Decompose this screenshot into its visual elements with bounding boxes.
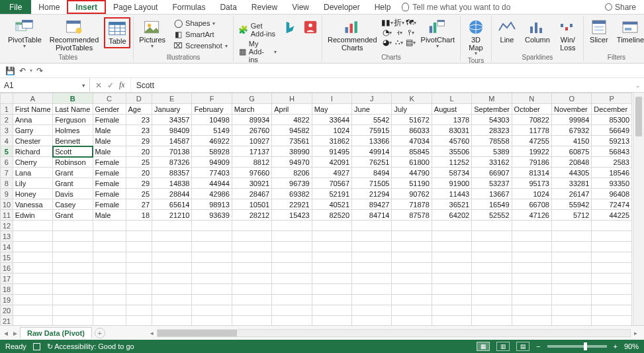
cell[interactable]: Female bbox=[93, 189, 126, 199]
row-header-19[interactable]: 19 bbox=[1, 295, 13, 305]
cell[interactable]: 20 bbox=[126, 146, 152, 157]
col-header-G[interactable]: G bbox=[232, 93, 271, 104]
cell[interactable]: 47255 bbox=[512, 136, 551, 146]
cell[interactable] bbox=[126, 221, 152, 231]
cell[interactable]: 47034 bbox=[392, 136, 432, 146]
tab-formulas[interactable]: Formulas bbox=[165, 0, 212, 14]
cell[interactable]: 94909 bbox=[192, 157, 232, 168]
cell[interactable]: 18546 bbox=[592, 168, 632, 178]
cell[interactable] bbox=[512, 231, 551, 242]
row-header-1[interactable]: 1 bbox=[1, 104, 13, 115]
cell[interactable]: 15423 bbox=[272, 210, 312, 221]
zoom-slider[interactable] bbox=[547, 345, 607, 348]
cell[interactable] bbox=[392, 263, 432, 274]
col-header-N[interactable]: N bbox=[512, 93, 551, 104]
cell[interactable] bbox=[126, 263, 152, 274]
tab-review[interactable]: Review bbox=[244, 0, 285, 14]
cell[interactable] bbox=[192, 252, 232, 263]
cell[interactable] bbox=[352, 284, 392, 295]
cell[interactable] bbox=[312, 316, 351, 326]
row-header-6[interactable]: 6 bbox=[1, 157, 13, 168]
cell[interactable] bbox=[551, 231, 591, 242]
row-header-3[interactable]: 3 bbox=[1, 125, 13, 136]
cell[interactable]: 58734 bbox=[432, 168, 471, 178]
cell[interactable] bbox=[512, 284, 551, 295]
cell[interactable]: 44944 bbox=[192, 178, 232, 189]
cell[interactable]: 91495 bbox=[312, 146, 351, 157]
cell[interactable]: 94970 bbox=[272, 157, 312, 168]
cell[interactable] bbox=[592, 252, 632, 263]
cell[interactable]: April bbox=[272, 104, 312, 115]
cell[interactable]: 86033 bbox=[392, 125, 432, 136]
cell[interactable]: 19922 bbox=[512, 146, 551, 157]
cancel-icon[interactable]: ✕ bbox=[95, 81, 102, 90]
undo-drop[interactable]: ▾ bbox=[30, 68, 32, 74]
cell[interactable] bbox=[592, 221, 632, 231]
cell[interactable]: Anna bbox=[13, 115, 52, 125]
cell[interactable]: 38990 bbox=[272, 146, 312, 157]
cell[interactable] bbox=[392, 252, 432, 263]
cell[interactable] bbox=[272, 274, 312, 284]
cell[interactable]: Male bbox=[93, 146, 126, 157]
cell[interactable]: 70822 bbox=[512, 115, 551, 125]
cell[interactable] bbox=[472, 242, 512, 252]
cell[interactable]: 64202 bbox=[432, 210, 471, 221]
cell[interactable]: 17137 bbox=[232, 146, 271, 157]
cell[interactable]: Bennett bbox=[53, 136, 93, 146]
cell[interactable] bbox=[192, 295, 232, 305]
vertical-scroll-thumb[interactable] bbox=[635, 97, 642, 136]
redo-icon[interactable]: ↷ bbox=[36, 66, 43, 76]
cell[interactable] bbox=[93, 274, 126, 284]
cell[interactable] bbox=[53, 231, 93, 242]
row-header-14[interactable]: 14 bbox=[1, 242, 13, 252]
cell[interactable] bbox=[592, 242, 632, 252]
sparkline-column-button[interactable]: Column bbox=[522, 17, 553, 46]
cell[interactable] bbox=[53, 274, 93, 284]
timeline-button[interactable]: Timeline bbox=[614, 17, 644, 46]
sparkline-winloss-button[interactable]: Win/ Loss bbox=[555, 17, 580, 53]
cell[interactable]: 71878 bbox=[392, 199, 432, 210]
cell[interactable] bbox=[232, 295, 271, 305]
surface-chart-icon[interactable]: ▤▾ bbox=[406, 38, 416, 47]
cell[interactable] bbox=[312, 305, 351, 316]
cell[interactable] bbox=[13, 231, 52, 242]
cell[interactable] bbox=[432, 221, 471, 231]
cell[interactable]: 26147 bbox=[551, 189, 591, 199]
cell[interactable]: 5389 bbox=[472, 146, 512, 157]
cell[interactable]: January bbox=[152, 104, 192, 115]
worksheet-grid[interactable]: ABCDEFGHIJKLMNOP1First NameLast NameGend… bbox=[0, 93, 633, 325]
cell[interactable] bbox=[312, 274, 351, 284]
cell[interactable]: 88357 bbox=[152, 168, 192, 178]
cell[interactable]: 79186 bbox=[512, 157, 551, 168]
col-header-I[interactable]: I bbox=[312, 93, 351, 104]
cell[interactable]: 10498 bbox=[192, 115, 232, 125]
cell[interactable] bbox=[592, 305, 632, 316]
cell[interactable] bbox=[53, 305, 93, 316]
cell[interactable]: 87326 bbox=[152, 157, 192, 168]
cell[interactable]: Scott bbox=[53, 146, 93, 157]
cell[interactable]: Edwin bbox=[13, 210, 52, 221]
recommended-pivottables-button[interactable]: Recommended PivotTables bbox=[47, 17, 102, 53]
tab-file[interactable]: File bbox=[0, 0, 31, 14]
cell[interactable] bbox=[551, 242, 591, 252]
cell[interactable]: Robinson bbox=[53, 157, 93, 168]
cell[interactable]: 28467 bbox=[232, 189, 271, 199]
cell[interactable] bbox=[352, 274, 392, 284]
cell[interactable] bbox=[232, 305, 271, 316]
cell[interactable]: 4822 bbox=[272, 115, 312, 125]
cell[interactable] bbox=[352, 221, 392, 231]
cell[interactable]: 25 bbox=[126, 157, 152, 168]
cell[interactable]: Lily bbox=[13, 178, 52, 189]
cell[interactable] bbox=[551, 252, 591, 263]
cell[interactable]: Holmes bbox=[53, 125, 93, 136]
cell[interactable] bbox=[53, 316, 93, 326]
cell[interactable]: Female bbox=[93, 178, 126, 189]
cell[interactable] bbox=[272, 316, 312, 326]
cell[interactable] bbox=[592, 231, 632, 242]
cell[interactable] bbox=[13, 252, 52, 263]
cell[interactable] bbox=[13, 221, 52, 231]
bing-maps-button[interactable] bbox=[282, 17, 299, 37]
tab-data[interactable]: Data bbox=[212, 0, 244, 14]
cell[interactable]: 42091 bbox=[312, 157, 351, 168]
cell[interactable] bbox=[152, 242, 192, 252]
